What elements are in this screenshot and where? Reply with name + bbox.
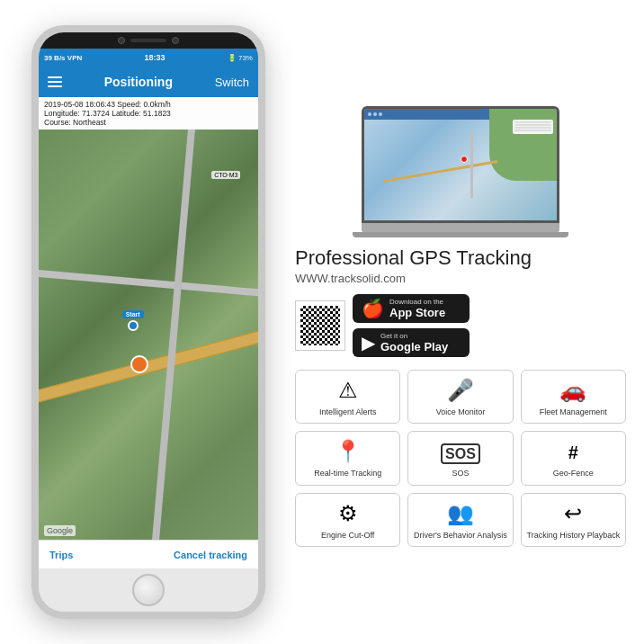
cto-label: CTO·M3 <box>211 171 240 179</box>
feature-sos: SOS SOS <box>407 431 513 485</box>
driver-behavior-icon: 👥 <box>447 501 474 527</box>
tracking-history-icon: ↩ <box>564 501 582 527</box>
trips-button[interactable]: Trips <box>49 550 73 560</box>
qr-code <box>295 300 345 351</box>
feature-driver-behavior: 👥 Driver's Behavior Analysis <box>407 493 513 547</box>
phone-speaker <box>130 39 166 42</box>
phone: 39 B/s VPN 18:33 🔋 73% Positioning Switc… <box>31 25 265 619</box>
marker-dot <box>128 320 139 331</box>
realtime-tracking-label: Real-time Tracking <box>314 469 381 479</box>
sos-label: SOS <box>452 469 469 479</box>
laptop-road2 <box>470 131 473 198</box>
geo-fence-label: Geo-Fence <box>553 469 594 479</box>
laptop <box>362 106 559 237</box>
laptop-foot <box>353 232 568 237</box>
feature-realtime-tracking: 📍 Real-time Tracking <box>295 431 400 485</box>
map-background: Start CTO·M3 Google <box>39 130 258 540</box>
feature-tracking-history: ↩ Tracking History Playback <box>521 493 626 547</box>
app-buttons: 🍎 Download on the App Store ▶ Get it on … <box>295 294 470 357</box>
ui-dot-1 <box>368 112 371 116</box>
nav-bar: Positioning Switch <box>39 67 258 97</box>
app-store-large-label: App Store <box>389 306 445 319</box>
realtime-tracking-icon: 📍 <box>335 439 362 465</box>
intelligent-alerts-label: Intelligent Alerts <box>319 407 377 418</box>
bottom-bar: Trips Cancel tracking <box>39 540 258 568</box>
laptop-screen <box>362 106 559 223</box>
app-store-button[interactable]: 🍎 Download on the App Store <box>353 294 470 323</box>
phone-camera <box>118 37 125 44</box>
home-button-area <box>39 568 258 612</box>
feature-grid: ⚠ Intelligent Alerts 🎤 Voice Monitor 🚗 F… <box>295 370 626 547</box>
status-bar: 39 B/s VPN 18:33 🔋 73% <box>39 49 258 67</box>
voice-monitor-label: Voice Monitor <box>436 407 486 418</box>
feature-voice-monitor: 🎤 Voice Monitor <box>407 370 513 424</box>
laptop-marker <box>461 156 468 163</box>
voice-monitor-icon: 🎤 <box>447 378 474 404</box>
app-store-small-label: Download on the <box>389 298 445 306</box>
fleet-management-label: Fleet Management <box>540 407 607 418</box>
google-play-icon: ▶ <box>362 334 375 352</box>
status-time: 18:33 <box>145 53 165 62</box>
feature-engine-cutoff: ⚙ Engine Cut-Off <box>295 493 400 547</box>
info-line2: Longitude: 71.3724 Latitude: 51.1823 <box>44 109 253 118</box>
laptop-base <box>362 223 559 232</box>
google-logo: Google <box>44 525 76 536</box>
main-container: 39 B/s VPN 18:33 🔋 73% Positioning Switc… <box>0 0 644 644</box>
apple-icon: 🍎 <box>362 300 384 318</box>
fleet-management-icon: 🚗 <box>559 378 586 404</box>
intelligent-alerts-icon: ⚠ <box>338 378 358 404</box>
feature-intelligent-alerts: ⚠ Intelligent Alerts <box>295 370 400 424</box>
phone-top-bar <box>39 32 258 49</box>
road-vertical <box>135 130 213 540</box>
start-marker: Start <box>122 310 144 331</box>
website-url: WWW.tracksolid.com <box>295 272 406 285</box>
ui-dot-3 <box>379 112 382 116</box>
cancel-tracking-button[interactable]: Cancel tracking <box>174 550 247 560</box>
ui-dot-2 <box>373 112 377 116</box>
tracking-history-label: Tracking History Playback <box>526 531 620 541</box>
road-main <box>39 286 258 412</box>
home-button[interactable] <box>132 574 165 606</box>
sos-icon: SOS <box>441 439 480 465</box>
feature-geo-fence: # Geo-Fence <box>521 431 626 485</box>
nav-title: Positioning <box>104 75 173 89</box>
map-area[interactable]: Start CTO·M3 Google <box>39 130 258 540</box>
laptop-container <box>295 106 626 237</box>
status-left: 39 B/s VPN <box>44 54 82 62</box>
info-line3: Course: Northeast <box>44 118 253 127</box>
feature-fleet-management: 🚗 Fleet Management <box>521 370 626 424</box>
google-play-button[interactable]: ▶ Get it on Google Play <box>353 328 470 357</box>
road-side <box>39 266 258 312</box>
right-panel: Professional GPS Tracking WWW.tracksolid… <box>279 97 626 547</box>
laptop-map <box>364 109 557 220</box>
info-bar: 2019-05-08 18:06:43 Speed: 0.0km/h Longi… <box>39 97 258 130</box>
app-store-row: 🍎 Download on the App Store ▶ Get it on … <box>295 294 470 357</box>
engine-cutoff-icon: ⚙ <box>338 501 358 527</box>
hamburger-icon[interactable] <box>48 76 62 87</box>
phone-camera2 <box>172 37 179 44</box>
geo-fence-icon: # <box>568 439 578 465</box>
start-label: Start <box>122 310 144 318</box>
page-heading: Professional GPS Tracking <box>295 246 532 270</box>
laptop-road1 <box>384 160 498 183</box>
engine-cutoff-label: Engine Cut-Off <box>321 531 374 541</box>
nav-switch-button[interactable]: Switch <box>215 76 249 89</box>
info-line1: 2019-05-08 18:06:43 Speed: 0.0km/h <box>44 100 253 109</box>
laptop-side-panel <box>513 120 553 134</box>
google-play-small-label: Get it on <box>380 332 448 340</box>
status-right: 🔋 73% <box>228 54 253 62</box>
phone-wrapper: 39 B/s VPN 18:33 🔋 73% Positioning Switc… <box>18 25 279 619</box>
google-play-large-label: Google Play <box>380 340 448 353</box>
driver-behavior-label: Driver's Behavior Analysis <box>414 531 507 541</box>
qr-inner <box>300 306 340 345</box>
